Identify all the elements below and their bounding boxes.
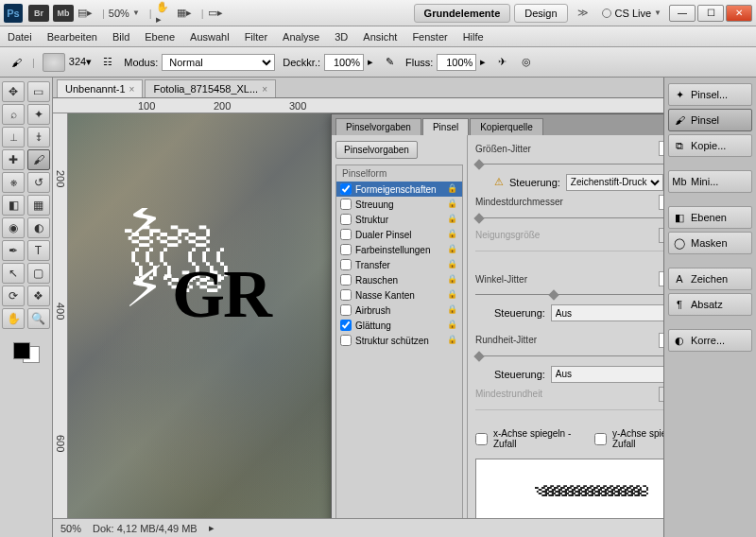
close-icon[interactable]: × — [129, 84, 135, 95]
hand-tool[interactable]: ✋ — [2, 308, 25, 329]
brush-tool-icon[interactable]: 🖌 — [8, 54, 25, 71]
status-zoom[interactable]: 50% — [60, 523, 81, 534]
dock-button[interactable]: MbMini... — [668, 170, 752, 193]
brush-option-row[interactable]: Dualer Pinsel🔒 — [336, 227, 462, 242]
dodge-tool[interactable]: ◐ — [27, 217, 50, 238]
crop-tool[interactable]: ⟂ — [2, 127, 25, 147]
brush-presets-button[interactable]: Pinselvorgaben — [335, 141, 418, 159]
menu-auswahl[interactable]: Auswahl — [190, 31, 230, 43]
color-swatch[interactable] — [2, 337, 50, 365]
lock-icon[interactable]: 🔒 — [447, 320, 458, 331]
brush-tool[interactable]: 🖌 — [27, 149, 50, 170]
brush-option-row[interactable]: Transfer🔒 — [336, 257, 462, 272]
min-diameter-input[interactable] — [659, 195, 663, 210]
dock-button[interactable]: ¶Absatz — [668, 293, 752, 316]
size-pressure-icon[interactable]: ◎ — [518, 54, 535, 71]
brush-option-row[interactable]: Rauschen🔒 — [336, 272, 462, 287]
doc-tab-1[interactable]: Fotolia_8715458_XL...× — [145, 79, 276, 97]
angle-jitter-input[interactable] — [659, 271, 663, 286]
path-select-tool[interactable]: ↖ — [2, 263, 25, 284]
brush-option-row[interactable]: Airbrush🔒 — [336, 303, 462, 318]
flip-x-checkbox[interactable] — [475, 433, 488, 445]
panel-tab-kopierquelle[interactable]: Kopierquelle — [470, 118, 543, 135]
brush-preset-picker[interactable]: 324▾ — [43, 53, 92, 72]
menu-bild[interactable]: Bild — [112, 31, 129, 43]
opacity-input[interactable] — [324, 54, 364, 71]
shape-tool[interactable]: ▢ — [27, 263, 50, 284]
angle-jitter-slider[interactable] — [475, 290, 663, 299]
row-checkbox[interactable] — [340, 214, 352, 225]
minibridge-button[interactable]: Mb — [53, 5, 74, 22]
3d-tool[interactable]: ⟳ — [2, 286, 25, 306]
blur-tool[interactable]: ◉ — [2, 217, 25, 238]
hand-icon[interactable]: ✋▸ — [156, 6, 171, 21]
row-checkbox[interactable] — [340, 289, 352, 301]
wand-tool[interactable]: ✦ — [27, 104, 50, 125]
row-checkbox[interactable] — [340, 183, 352, 195]
3d-camera-tool[interactable]: ❖ — [27, 286, 50, 306]
row-checkbox[interactable] — [340, 259, 352, 270]
opacity-pressure-icon[interactable]: ✎ — [381, 54, 398, 71]
brush-option-row[interactable]: Formeigenschaften🔒 — [336, 182, 462, 197]
bridge-button[interactable]: Br — [28, 5, 49, 22]
zoom-dropdown[interactable]: 50%▼ — [109, 8, 140, 19]
flip-y-checkbox[interactable] — [594, 433, 607, 445]
menu-hilfe[interactable]: Hilfe — [463, 31, 484, 43]
gradient-tool[interactable]: ▦ — [27, 195, 50, 216]
row-checkbox[interactable] — [340, 229, 352, 240]
angle-control-select[interactable]: Aus — [551, 304, 663, 321]
eyedropper-tool[interactable]: ⤈ — [27, 127, 50, 147]
size-jitter-input[interactable] — [659, 141, 663, 156]
brush-option-row[interactable]: Farbeinstellungen🔒 — [336, 242, 462, 257]
dock-button[interactable]: ⧉Kopie... — [668, 134, 752, 157]
size-jitter-slider[interactable] — [475, 160, 663, 168]
doc-tab-0[interactable]: Unbenannt-1× — [57, 79, 143, 97]
canvas[interactable]: ⚡︎༄༄༄᯾᯾᯾⚡︎༄༄ GR Pinselvorgaben Pinsel Ko… — [68, 113, 663, 518]
row-checkbox[interactable] — [340, 274, 352, 286]
workspace-more[interactable]: ≫ — [577, 7, 589, 19]
mode-select[interactable]: Normal — [162, 54, 275, 71]
dock-button[interactable]: 🖌Pinsel — [668, 109, 752, 131]
panel-tab-presets[interactable]: Pinselvorgaben — [335, 118, 421, 135]
row-checkbox[interactable] — [340, 244, 352, 255]
stamp-tool[interactable]: ⎈ — [2, 172, 25, 193]
dock-button[interactable]: ◧Ebenen — [668, 206, 752, 229]
row-checkbox[interactable] — [340, 335, 352, 346]
menu-3d[interactable]: 3D — [335, 31, 348, 43]
flow-input[interactable] — [437, 54, 476, 71]
lock-icon[interactable]: 🔒 — [447, 335, 458, 346]
round-jitter-slider[interactable] — [475, 352, 663, 360]
frames-icon[interactable]: ▤▸ — [77, 6, 93, 21]
lock-icon[interactable]: 🔒 — [447, 229, 458, 240]
menu-bearbeiten[interactable]: Bearbeiten — [47, 31, 97, 43]
control-select[interactable]: Zeichenstift-Druck — [566, 174, 663, 191]
menu-datei[interactable]: Datei — [8, 31, 32, 43]
menu-ansicht[interactable]: Ansicht — [363, 31, 397, 43]
row-checkbox[interactable] — [340, 320, 352, 331]
lasso-tool[interactable]: ⌕ — [2, 104, 25, 125]
round-control-select[interactable]: Aus — [551, 366, 663, 383]
workspace-design[interactable]: Design — [514, 4, 567, 23]
menu-analyse[interactable]: Analyse — [283, 31, 319, 43]
history-brush-tool[interactable]: ↺ — [27, 172, 50, 193]
menu-ebene[interactable]: Ebene — [145, 31, 175, 43]
row-checkbox[interactable] — [340, 304, 352, 316]
minimize-button[interactable]: — — [669, 5, 696, 22]
dock-button[interactable]: ✦Pinsel... — [668, 83, 752, 106]
lock-icon[interactable]: 🔒 — [447, 259, 458, 270]
maximize-button[interactable]: ☐ — [697, 5, 724, 22]
dock-button[interactable]: AZeichen — [668, 268, 752, 290]
menu-fenster[interactable]: Fenster — [412, 31, 447, 43]
lock-icon[interactable]: 🔒 — [447, 244, 458, 255]
brush-option-row[interactable]: Glättung🔒 — [336, 318, 462, 333]
pen-tool[interactable]: ✒ — [2, 240, 25, 261]
min-diameter-slider[interactable] — [475, 214, 663, 222]
zoom-tool[interactable]: 🔍 — [27, 308, 50, 329]
dock-button[interactable]: ◐Korre... — [668, 329, 752, 352]
round-jitter-input[interactable] — [659, 333, 663, 348]
brush-option-row[interactable]: Struktur schützen🔒 — [336, 333, 462, 348]
menu-filter[interactable]: Filter — [245, 31, 267, 43]
brush-option-row[interactable]: Streuung🔒 — [336, 197, 462, 212]
cslive-button[interactable]: CS Live▼ — [602, 8, 662, 19]
brush-option-row[interactable]: Struktur🔒 — [336, 212, 462, 227]
